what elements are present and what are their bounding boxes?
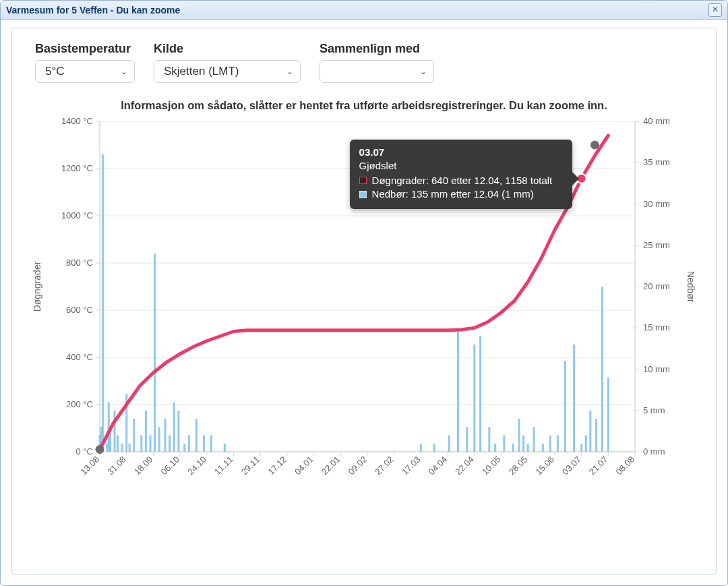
kilde-select[interactable]: Skjetten (LMT) ⌄ [154, 60, 301, 83]
svg-point-144 [590, 141, 599, 149]
tooltip-date: 03.07 [359, 146, 563, 158]
dialog-window: Varmesum for 5 Veffen - Du kan zoome ✕ B… [0, 0, 728, 586]
svg-rect-124 [494, 444, 496, 452]
svg-rect-99 [129, 444, 131, 452]
svg-rect-114 [210, 436, 212, 452]
svg-text:1400 °C: 1400 °C [61, 116, 93, 126]
svg-text:22.04: 22.04 [453, 455, 476, 477]
svg-rect-127 [518, 419, 520, 452]
svg-rect-126 [512, 444, 514, 452]
svg-text:18.09: 18.09 [132, 455, 155, 477]
close-icon[interactable]: ✕ [708, 3, 722, 17]
svg-text:10.05: 10.05 [480, 455, 503, 477]
svg-rect-128 [522, 436, 524, 452]
svg-rect-100 [133, 419, 135, 452]
kilde-group: Kilde Skjetten (LMT) ⌄ [154, 42, 301, 83]
svg-rect-119 [457, 328, 459, 452]
svg-text:22.01: 22.01 [320, 455, 342, 477]
svg-rect-117 [433, 444, 435, 452]
compare-group: Sammenlign med ⌄ [320, 42, 434, 83]
svg-text:800 °C: 800 °C [66, 258, 93, 268]
svg-rect-101 [140, 436, 142, 452]
svg-rect-139 [595, 419, 597, 452]
svg-rect-123 [488, 427, 490, 452]
svg-rect-97 [121, 444, 123, 452]
svg-text:30 mm: 30 mm [643, 199, 670, 209]
square-icon [359, 177, 367, 184]
svg-text:40 mm: 40 mm [643, 116, 670, 126]
svg-rect-130 [533, 427, 535, 452]
tooltip-row-degree: Døgngrader: 640 etter 12.04, 1158 totalt [359, 174, 563, 187]
svg-text:17.12: 17.12 [266, 455, 289, 477]
svg-rect-105 [158, 427, 160, 452]
svg-rect-91 [102, 154, 104, 452]
svg-text:35 mm: 35 mm [643, 157, 670, 167]
svg-rect-140 [601, 287, 603, 452]
svg-rect-112 [195, 419, 198, 452]
svg-text:20 mm: 20 mm [643, 281, 670, 291]
compare-select[interactable]: ⌄ [320, 60, 434, 83]
svg-rect-122 [479, 336, 481, 452]
basis-select[interactable]: 5°C ⌄ [35, 60, 135, 83]
svg-text:5 mm: 5 mm [643, 405, 665, 415]
compare-label: Sammenlign med [320, 42, 434, 56]
titlebar: Varmesum for 5 Veffen - Du kan zoome ✕ [1, 1, 727, 20]
svg-text:09.02: 09.02 [346, 455, 369, 477]
svg-text:13.08: 13.08 [79, 455, 102, 477]
svg-point-142 [96, 446, 104, 454]
chart-area[interactable]: Informasjon om sådato, slåtter er hentet… [26, 99, 702, 506]
svg-text:1200 °C: 1200 °C [61, 163, 93, 173]
svg-text:06.10: 06.10 [159, 455, 182, 477]
controls-row: Basistemperatur 5°C ⌄ Kilde Skjetten (LM… [35, 42, 702, 83]
svg-rect-110 [183, 444, 185, 452]
svg-text:21.07: 21.07 [587, 455, 610, 477]
svg-text:600 °C: 600 °C [66, 305, 93, 315]
svg-rect-141 [607, 378, 609, 452]
svg-text:0 mm: 0 mm [643, 446, 665, 457]
svg-text:29.11: 29.11 [239, 455, 262, 477]
svg-rect-121 [473, 345, 475, 452]
chevron-down-icon: ⌄ [420, 67, 427, 76]
kilde-label: Kilde [154, 42, 301, 56]
svg-rect-102 [145, 411, 147, 452]
svg-rect-138 [589, 411, 591, 452]
kilde-value: Skjetten (LMT) [164, 65, 239, 78]
svg-rect-108 [173, 403, 175, 452]
chevron-down-icon: ⌄ [286, 67, 293, 76]
svg-rect-118 [448, 436, 450, 452]
square-icon [359, 191, 367, 198]
chevron-down-icon: ⌄ [121, 67, 127, 76]
svg-text:15 mm: 15 mm [643, 322, 670, 332]
svg-text:Nedbør: Nedbør [686, 271, 696, 303]
svg-rect-134 [564, 361, 566, 452]
svg-rect-104 [154, 254, 156, 452]
svg-rect-115 [224, 444, 226, 452]
svg-text:17.03: 17.03 [400, 455, 423, 477]
tooltip: 03.07 Gjødslet Døgngrader: 640 etter 12.… [350, 140, 572, 210]
svg-text:31.08: 31.08 [105, 455, 128, 477]
svg-text:200 °C: 200 °C [66, 399, 93, 409]
svg-text:11.11: 11.11 [212, 455, 235, 477]
svg-text:25 mm: 25 mm [643, 240, 670, 250]
svg-rect-131 [542, 444, 544, 452]
tooltip-row-precip: Nedbør: 135 mm etter 12.04 (1 mm) [359, 187, 563, 201]
svg-rect-103 [149, 436, 151, 452]
svg-text:10 mm: 10 mm [643, 364, 670, 374]
basis-group: Basistemperatur 5°C ⌄ [35, 42, 135, 83]
svg-rect-133 [557, 436, 559, 452]
svg-text:28.05: 28.05 [507, 455, 530, 477]
svg-text:24.10: 24.10 [185, 455, 208, 477]
svg-rect-116 [420, 444, 422, 452]
svg-rect-113 [203, 436, 205, 452]
svg-rect-137 [585, 436, 587, 452]
svg-text:0 °C: 0 °C [76, 446, 93, 457]
tooltip-subtitle: Gjødslet [359, 160, 563, 171]
svg-text:15.06: 15.06 [533, 455, 556, 477]
chart-title: Informasjon om sådato, slåtter er hentet… [26, 99, 702, 112]
svg-text:Døgngrader: Døgngrader [32, 261, 42, 312]
svg-rect-95 [114, 411, 116, 452]
basis-value: 5°C [45, 65, 65, 78]
svg-rect-106 [164, 419, 166, 452]
svg-text:1000 °C: 1000 °C [61, 210, 93, 221]
svg-text:04.01: 04.01 [293, 455, 315, 477]
